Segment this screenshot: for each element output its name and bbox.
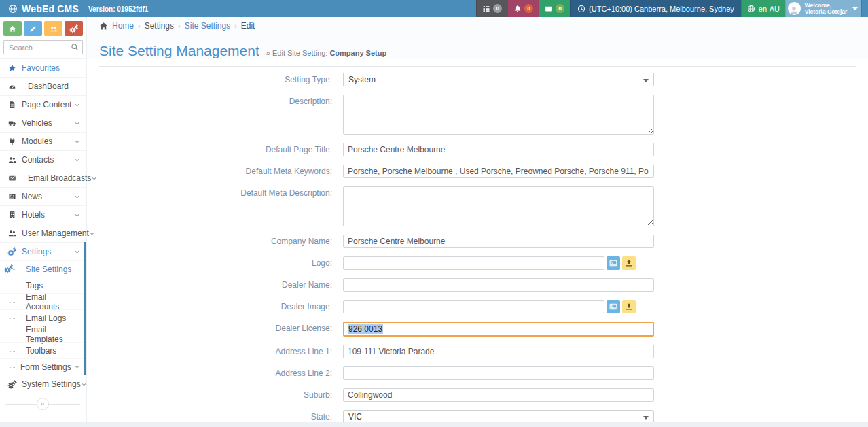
address-line-1-label: Address Line 1: — [87, 345, 343, 356]
sidebar-item-email-logs[interactable]: Email Logs — [0, 309, 86, 326]
building-icon — [7, 211, 18, 219]
sidebar-item-hotels[interactable]: Hotels — [0, 205, 86, 224]
gears-icon — [7, 380, 18, 389]
gears-icon — [4, 264, 14, 273]
topbar-spacer — [156, 0, 476, 17]
language-selector[interactable]: en-AU — [741, 0, 785, 17]
quick-users-button[interactable] — [44, 21, 62, 36]
breadcrumb-settings[interactable]: Settings — [145, 21, 174, 31]
sidebar-item-vehicles[interactable]: Vehicles — [0, 114, 86, 132]
address-line-2-input[interactable] — [343, 366, 654, 380]
setting-type-label: Setting Type: — [87, 73, 343, 84]
field-default-meta-keywords: Default Meta Keywords: — [87, 165, 868, 178]
page-subtitle: » Edit Site Setting: Company Setup — [266, 49, 386, 57]
logo-upload-button[interactable] — [622, 256, 636, 270]
field-address-line-2: Address Line 2: — [87, 366, 868, 380]
default-meta-keywords-input[interactable] — [343, 165, 654, 178]
sidebar-item-settings[interactable]: Settings — [0, 242, 86, 260]
users-icon — [7, 229, 18, 237]
tasks-button[interactable]: 0 — [476, 0, 507, 17]
description-textarea[interactable] — [343, 95, 654, 135]
timezone-selector[interactable]: (UTC+10:00) Canberra, Melbourne, Sydney — [570, 0, 741, 17]
dealer-name-label: Dealer Name: — [87, 278, 343, 290]
field-default-meta-description: Default Meta Description: — [87, 186, 868, 226]
dealer-name-input[interactable] — [343, 278, 654, 292]
notifications-button[interactable]: 0 — [507, 0, 539, 17]
description-label: Description: — [87, 95, 343, 106]
chevron-down-icon — [74, 194, 80, 200]
state-label: State: — [87, 410, 343, 422]
address-line-1-input[interactable] — [343, 345, 654, 358]
sidebar-item-email-templates[interactable]: Email Templates — [0, 326, 86, 342]
sidebar-item-user-management[interactable]: User Management — [0, 224, 86, 242]
welcome-text: Welcome, Victoria Cotejar — [805, 3, 848, 15]
field-suburb: Suburb: — [87, 388, 868, 402]
breadcrumb-separator: › — [178, 22, 181, 30]
home-icon — [9, 25, 16, 33]
sidebar-item-email-accounts[interactable]: Email Accounts — [0, 293, 86, 309]
logo-browse-button[interactable] — [607, 256, 620, 270]
bell-icon — [513, 5, 522, 13]
sidebar: Favourites DashBoard Page Content Vehicl… — [0, 17, 86, 427]
tasks-count-badge: 0 — [493, 4, 502, 13]
sidebar-item-toolbars[interactable]: Toolbars — [0, 342, 86, 358]
sidebar-collapse-button[interactable] — [37, 398, 49, 410]
chevron-down-icon — [74, 249, 80, 255]
field-dealer-name: Dealer Name: — [87, 278, 868, 292]
setting-type-select[interactable]: System — [343, 73, 654, 86]
field-address-line-1: Address Line 1: — [87, 345, 868, 358]
search-icon[interactable] — [71, 43, 79, 51]
default-meta-description-label: Default Meta Description: — [87, 186, 343, 198]
chevron-down-icon — [89, 230, 95, 237]
messages-button[interactable]: 0 — [539, 0, 570, 17]
sidebar-item-form-settings[interactable]: Form Settings — [0, 358, 86, 375]
field-company-name: Company Name: — [87, 235, 868, 248]
sidebar-item-modules[interactable]: Modules — [0, 132, 86, 150]
suburb-input[interactable] — [343, 388, 654, 402]
newspaper-icon — [7, 192, 18, 201]
dealer-image-browse-button[interactable] — [607, 300, 620, 313]
default-page-title-input[interactable] — [343, 143, 654, 156]
app-brand[interactable]: WebEd CMS Version: 01952fdf1 — [0, 0, 156, 17]
sidebar-item-email-broadcasts[interactable]: Email Broadcasts — [0, 169, 86, 187]
sidebar-search — [3, 40, 83, 54]
app-title: WebEd CMS — [22, 3, 79, 14]
field-dealer-image: Dealer Image: — [87, 300, 868, 313]
user-menu[interactable]: Welcome, Victoria Cotejar — [785, 0, 861, 17]
breadcrumb-home[interactable]: Home — [112, 21, 134, 31]
breadcrumb-separator: › — [234, 22, 237, 30]
sidebar-item-news[interactable]: News — [0, 187, 86, 205]
sidebar-item-favourites[interactable]: Favourites — [0, 58, 86, 77]
page-subtitle-setting-name: Company Setup — [329, 49, 386, 57]
default-meta-description-textarea[interactable] — [343, 186, 654, 226]
webed-logo-icon — [8, 4, 18, 14]
page-header: Site Setting Management » Edit Site Sett… — [87, 35, 868, 59]
envelope-icon — [7, 174, 18, 182]
dealer-image-input[interactable] — [343, 300, 604, 313]
company-name-input[interactable] — [343, 235, 654, 248]
sidebar-item-page-content[interactable]: Page Content — [0, 95, 86, 114]
quick-home-button[interactable] — [3, 21, 22, 36]
sidebar-item-tags[interactable]: Tags — [0, 277, 86, 293]
breadcrumb-edit[interactable]: Edit — [241, 21, 255, 31]
image-icon — [609, 303, 617, 311]
sidebar-item-site-settings[interactable]: Site Settings — [0, 260, 86, 277]
quick-edit-button[interactable] — [24, 21, 42, 36]
sidebar-item-system-settings[interactable]: System Settings — [0, 375, 86, 393]
logo-label: Logo: — [87, 256, 343, 268]
truck-icon — [7, 119, 18, 127]
sidebar-item-dashboard[interactable]: DashBoard — [0, 77, 86, 95]
users-icon — [7, 156, 18, 164]
logo-input[interactable] — [343, 256, 604, 270]
pencil-icon — [29, 25, 37, 33]
quick-settings-button[interactable] — [65, 21, 83, 36]
field-setting-type: Setting Type: System — [87, 73, 868, 86]
sidebar-item-contacts[interactable]: Contacts — [0, 150, 86, 169]
dealer-license-input[interactable]: 926 0013 — [343, 322, 654, 337]
main-content: Home › Settings › Site Settings › Edit S… — [87, 17, 868, 427]
dashboard-icon — [7, 82, 18, 90]
dealer-image-upload-button[interactable] — [622, 300, 636, 313]
breadcrumb-site-settings[interactable]: Site Settings — [185, 21, 230, 31]
messages-count-badge: 0 — [556, 4, 564, 13]
notifications-count-badge: 0 — [524, 4, 533, 13]
